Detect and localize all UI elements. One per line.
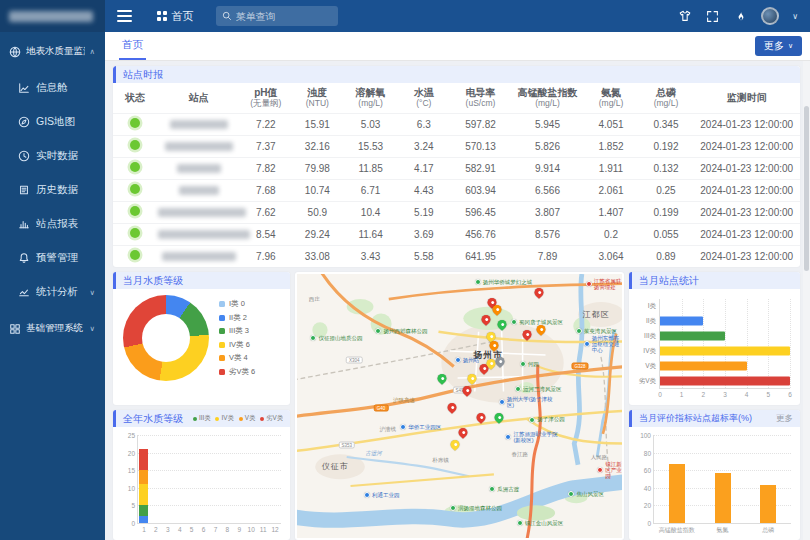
sidebar-item-预警管理[interactable]: 预警管理 — [0, 241, 105, 275]
stacked-bar[interactable] — [139, 435, 148, 523]
bar-V类[interactable] — [660, 361, 747, 370]
flame-icon[interactable] — [733, 9, 748, 24]
value-cell: 7.96 — [240, 245, 292, 267]
legend-item[interactable]: 劣V类 — [260, 414, 283, 423]
poi-icon — [517, 520, 523, 526]
y-tick-label: 25 — [128, 432, 135, 439]
user-avatar[interactable] — [761, 7, 779, 25]
station-name-cell — [158, 157, 240, 179]
tabs-more-button[interactable]: 更多∨ — [755, 36, 802, 56]
legend-label: V类 4 — [229, 353, 248, 363]
gridline — [790, 299, 791, 388]
table-row[interactable]: 7.3732.1615.533.24570.135.8261.8520.1922… — [113, 135, 800, 157]
value-cell: 0.199 — [638, 201, 693, 223]
base-icon — [9, 323, 21, 335]
user-menu-chevron-down-icon[interactable]: ∨ — [792, 12, 798, 21]
y-category-label: III类 — [644, 332, 656, 341]
scrollbar-thumb[interactable] — [804, 106, 809, 271]
logo-redacted — [9, 11, 93, 22]
fullscreen-icon[interactable] — [705, 9, 720, 24]
bar-III类[interactable] — [660, 332, 725, 341]
legend-item[interactable]: V类 — [239, 414, 256, 423]
hamburger-menu-icon[interactable] — [117, 7, 147, 25]
map-poi-label: 蜀冈唐子城风景区 — [511, 319, 563, 325]
sidebar-section-1[interactable]: 基础管理系统∨ — [0, 309, 105, 348]
station-name-redacted — [158, 230, 250, 239]
station-pin-green[interactable] — [495, 318, 508, 331]
table-row[interactable]: 8.5429.2411.643.69456.768.5760.20.055202… — [113, 223, 800, 245]
stations-map[interactable]: 扬州市仪征市江都区沪陕高速古运河春江路朴席镇沪漕线西庄人民路G40G328S49… — [297, 274, 622, 538]
legend-item[interactable]: I类 0 — [219, 299, 255, 309]
value-cell: 33.08 — [292, 245, 344, 267]
bar-II类[interactable] — [660, 317, 703, 326]
sidebar-item-信息舱[interactable]: 信息舱 — [0, 71, 105, 105]
breadcrumb[interactable]: 首页 — [157, 9, 194, 24]
sidebar-item-GIS地图[interactable]: GIS地图 — [0, 105, 105, 139]
station-pin-red[interactable] — [457, 426, 470, 439]
map-poi-label: 何园 — [520, 361, 539, 367]
station-pin-yellow[interactable] — [448, 438, 461, 451]
legend-swatch — [219, 369, 225, 375]
page-scrollbar[interactable] — [803, 61, 810, 540]
table-row[interactable]: 7.8279.9811.854.17582.919.9141.9110.1322… — [113, 157, 800, 179]
bar-IV类[interactable] — [660, 346, 790, 355]
value-cell: 5.03 — [343, 113, 398, 135]
status-cell — [113, 113, 158, 135]
y-tick-label: 40 — [644, 484, 651, 491]
station-pin-green[interactable] — [492, 412, 505, 425]
legend-item[interactable]: 劣V类 6 — [219, 367, 255, 377]
station-pin-red[interactable] — [532, 286, 545, 299]
value-cell: 2024-01-23 12:00:00 — [693, 201, 800, 223]
station-pin-yellow[interactable] — [466, 372, 479, 385]
legend-item[interactable]: II类 2 — [219, 313, 255, 323]
bar-segment-IV类 — [139, 484, 148, 505]
legend-item[interactable]: IV类 — [215, 414, 233, 423]
x-tick-label: 10 — [248, 526, 255, 533]
station-pin-red[interactable] — [445, 401, 458, 414]
x-tick-label: 3 — [166, 526, 170, 533]
sidebar-section-0[interactable]: 地表水质量监测系统∧ — [0, 32, 105, 71]
x-tick-label: 1 — [680, 391, 684, 398]
station-pin-red[interactable] — [521, 328, 534, 341]
station-pin-orange[interactable] — [534, 323, 547, 336]
legend-item[interactable]: III类 3 — [219, 326, 255, 336]
sidebar-item-label: 预警管理 — [36, 251, 101, 265]
table-row[interactable]: 7.6250.910.45.19596.453.8071.4070.199202… — [113, 201, 800, 223]
bar-segment-劣V类 — [139, 449, 148, 470]
sidebar-section-label: 地表水质量监测系统 — [26, 45, 85, 58]
bar-segment-III类 — [139, 505, 148, 516]
exceedance-more-link[interactable]: 更多 — [776, 413, 793, 425]
menu-search[interactable] — [216, 6, 338, 26]
theme-skin-icon[interactable] — [677, 9, 692, 24]
table-row[interactable]: 7.2215.915.036.3597.825.9454.0510.345202… — [113, 113, 800, 135]
bar-氨氮[interactable] — [715, 473, 731, 523]
sidebar-item-站点报表[interactable]: 站点报表 — [0, 207, 105, 241]
sidebar-item-实时数据[interactable]: 实时数据 — [0, 139, 105, 173]
status-cell — [113, 201, 158, 223]
breadcrumb-home[interactable]: 首页 — [172, 9, 194, 24]
tab-home[interactable]: 首页 — [119, 32, 146, 60]
station-pin-red[interactable] — [475, 412, 488, 425]
bar-劣V类[interactable] — [660, 376, 790, 385]
sidebar-item-历史数据[interactable]: 历史数据 — [0, 173, 105, 207]
x-tick-label: 5 — [190, 526, 194, 533]
gridline — [138, 453, 281, 454]
legend-item[interactable]: IV类 6 — [219, 340, 255, 350]
sidebar-item-统计分析[interactable]: 统计分析∨ — [0, 275, 105, 309]
water-grade-donut-chart[interactable] — [123, 295, 209, 381]
table-row[interactable]: 7.9633.083.435.58641.957.893.0640.892024… — [113, 245, 800, 267]
station-stats-chart[interactable]: 0123456I类II类III类IV类V类劣V类 — [629, 289, 800, 405]
station-pin-red[interactable] — [461, 385, 474, 398]
station-pin-red[interactable] — [480, 313, 493, 326]
annual-grade-chart[interactable]: 0510152025123456789101112 — [113, 427, 290, 540]
bar-总磷[interactable] — [760, 485, 776, 523]
legend-item[interactable]: V类 4 — [219, 353, 255, 363]
search-input[interactable] — [236, 11, 326, 22]
exceedance-chart[interactable]: 020406080100高锰酸盐指数氨氮总磷 — [629, 427, 800, 540]
station-pin-green[interactable] — [436, 372, 449, 385]
legend-item[interactable]: III类 — [193, 414, 211, 423]
bar-高锰酸盐指数[interactable] — [669, 464, 685, 523]
map-poi-label: 镇江新区产业园 — [597, 461, 622, 479]
table-row[interactable]: 7.6810.746.714.43603.946.5662.0610.25202… — [113, 179, 800, 201]
map-poi-label: 扬州站 — [455, 357, 480, 363]
